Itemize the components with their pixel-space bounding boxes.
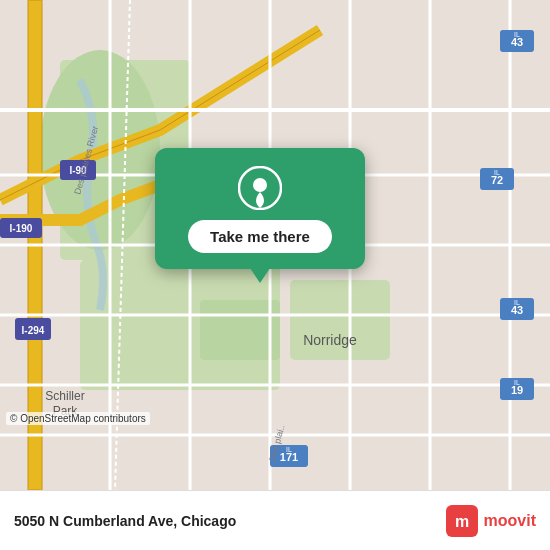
svg-text:IL: IL xyxy=(514,31,520,38)
moovit-label: moovit xyxy=(484,512,536,530)
moovit-logo: m moovit xyxy=(446,505,536,537)
take-me-there-button[interactable]: Take me there xyxy=(188,220,332,253)
svg-text:m: m xyxy=(454,513,468,530)
svg-rect-5 xyxy=(200,300,280,360)
bottom-bar: 5050 N Cumberland Ave, Chicago m moovit xyxy=(0,490,550,550)
location-pin-icon xyxy=(238,166,282,210)
svg-text:IL: IL xyxy=(514,379,520,386)
svg-text:Schiller: Schiller xyxy=(45,389,84,403)
svg-text:I-190: I-190 xyxy=(10,223,33,234)
svg-text:IL: IL xyxy=(286,446,292,453)
moovit-icon: m xyxy=(446,505,478,537)
svg-text:I-294: I-294 xyxy=(22,325,45,336)
svg-text:IL: IL xyxy=(514,299,520,306)
map-container: 43 IL 72 IL 43 IL 19 IL 171 IL I-294 I-1… xyxy=(0,0,550,490)
osm-attribution: © OpenStreetMap contributors xyxy=(6,412,150,425)
svg-text:Norridge: Norridge xyxy=(303,332,357,348)
svg-text:IL: IL xyxy=(494,169,500,176)
address-label: 5050 N Cumberland Ave, Chicago xyxy=(14,513,236,529)
location-popup: Take me there xyxy=(155,148,365,269)
svg-point-47 xyxy=(253,178,267,192)
svg-rect-3 xyxy=(290,280,390,360)
